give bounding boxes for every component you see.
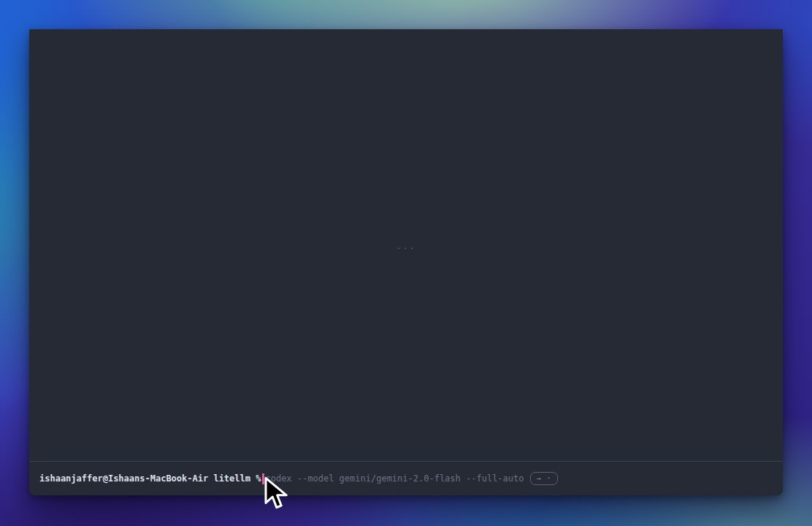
- terminal-output-area[interactable]: ...: [29, 29, 783, 461]
- text-cursor: [262, 473, 264, 484]
- terminal-window[interactable]: ... ishaanjaffer@Ishaans-MacBook-Air lit…: [29, 29, 783, 495]
- prompt-spacer-1: [208, 473, 213, 484]
- prompt-directory: litellm: [213, 473, 250, 484]
- command-suggestion-text: codex --model gemini/gemini-2.0-flash --…: [265, 473, 524, 484]
- terminal-prompt-bar[interactable]: ishaanjaffer@Ishaans-MacBook-Air litellm…: [29, 461, 783, 495]
- desktop-wallpaper: ... ishaanjaffer@Ishaans-MacBook-Air lit…: [0, 0, 812, 526]
- loading-indicator: ...: [396, 242, 416, 251]
- prompt-symbol: %: [256, 473, 261, 484]
- accept-suggestion-hint-badge: → ·: [530, 472, 557, 485]
- prompt-spacer-2: [250, 473, 256, 484]
- prompt-user-host: ishaanjaffer@Ishaans-MacBook-Air: [39, 473, 208, 484]
